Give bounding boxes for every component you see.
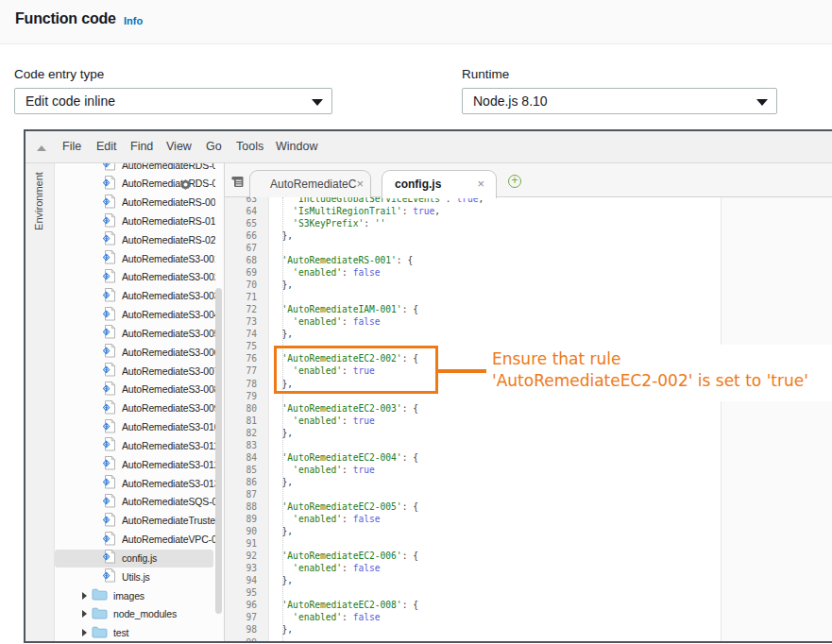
tree-item-autoremediates3-012[interactable]: AutoRemediateS3-012 bbox=[55, 455, 224, 474]
tree-item-test[interactable]: test bbox=[55, 623, 224, 641]
tree-item-utils-js[interactable]: Utils.js bbox=[55, 568, 224, 586]
tree-item-autoremediatevpc-00[interactable]: AutoRemediateVPC-00 bbox=[55, 530, 224, 549]
runtime-label: Runtime bbox=[462, 67, 509, 81]
tree-item-label: AutoRemediateS3-002 bbox=[122, 271, 215, 282]
tab-config-js[interactable]: config.js × bbox=[382, 170, 497, 198]
tree-item-autoremediates3-010[interactable]: AutoRemediateS3-010 bbox=[55, 417, 224, 436]
folder-icon bbox=[92, 626, 108, 640]
menu-item-find[interactable]: Find bbox=[130, 140, 153, 153]
menu-item-window[interactable]: Window bbox=[276, 140, 317, 153]
tree-item-autoremediaters-001[interactable]: AutoRemediateRS-001 bbox=[55, 193, 224, 212]
line-number-65: 65 bbox=[225, 217, 257, 229]
code-entry-type-select[interactable]: Edit code inline bbox=[14, 88, 332, 114]
line-number-85: 85 bbox=[225, 464, 257, 476]
tree-item-label: Utils.js bbox=[122, 571, 215, 583]
tree-item-label: AutoRemediateRDS-00 bbox=[122, 163, 215, 171]
line-number-91: 91 bbox=[225, 537, 257, 550]
chevron-down-icon bbox=[756, 99, 768, 106]
tree-item-label: node_modules bbox=[113, 608, 207, 619]
tree-item-autoremediatetruste[interactable]: AutoRemediateTruste bbox=[55, 511, 224, 530]
page-title: Function code bbox=[15, 10, 116, 27]
tree-item-autoremediates3-001[interactable]: AutoRemediateS3-001 bbox=[55, 249, 224, 268]
environment-sidebar-tab[interactable]: Environment bbox=[25, 163, 55, 641]
editor-pane: AutoRemediateC × config.js × + 636465666… bbox=[225, 163, 832, 641]
tree-item-autoremediates3-009[interactable]: AutoRemediateS3-009 bbox=[55, 398, 224, 417]
line-number-88: 88 bbox=[225, 500, 257, 513]
line-number-78: 78 bbox=[225, 378, 257, 390]
tree-item-autoremediates3-011[interactable]: AutoRemediateS3-011 bbox=[55, 436, 224, 455]
tree-item-images[interactable]: images bbox=[55, 586, 224, 605]
menu-item-tools[interactable]: Tools bbox=[236, 140, 263, 153]
js-file-icon bbox=[103, 288, 115, 304]
file-tree: AutoRemediateRDS-00AutoRemediateRDS-00Au… bbox=[55, 163, 225, 641]
tree-item-label: AutoRemediateS3-001 bbox=[122, 253, 215, 264]
tree-item-autoremediates3-002[interactable]: AutoRemediateS3-002 bbox=[55, 268, 224, 287]
js-file-icon bbox=[103, 568, 115, 585]
js-file-icon bbox=[103, 213, 115, 229]
close-tab-icon[interactable]: × bbox=[477, 177, 484, 191]
tree-item-node-modules[interactable]: node_modules bbox=[55, 604, 224, 623]
tree-item-autoremediates3-004[interactable]: AutoRemediateS3-004 bbox=[55, 305, 224, 324]
lambda-function-code-page: Function code Info Code entry type Edit … bbox=[0, 0, 832, 644]
collapse-menubar-icon[interactable] bbox=[37, 145, 46, 151]
menu-item-go[interactable]: Go bbox=[206, 140, 222, 153]
tree-item-autoremediaters-010[interactable]: AutoRemediateRS-010 bbox=[55, 212, 224, 230]
js-file-icon bbox=[103, 437, 115, 453]
js-file-icon bbox=[103, 344, 115, 360]
new-tab-icon[interactable]: + bbox=[508, 175, 521, 188]
code-editor[interactable]: 6364656667686970717273747576777879808182… bbox=[225, 197, 832, 641]
tab-label: AutoRemediateC bbox=[270, 178, 356, 191]
annotation-line-2: 'AutoRemediateEC2-002' is set to 'true' bbox=[492, 370, 808, 393]
info-link[interactable]: Info bbox=[124, 15, 143, 26]
runtime-select[interactable]: Node.js 8.10 bbox=[462, 88, 777, 114]
tree-item-autoremediates3-007[interactable]: AutoRemediateS3-007 bbox=[55, 362, 224, 381]
line-number-63: 63 bbox=[225, 197, 257, 205]
tree-item-label: AutoRemediateS3-011 bbox=[122, 440, 215, 451]
tree-item-label: AutoRemediateS3-006 bbox=[122, 347, 215, 358]
tree-item-label: AutoRemediateS3-005 bbox=[122, 328, 215, 339]
expand-arrow-icon[interactable] bbox=[82, 610, 87, 618]
open-files-list-icon[interactable] bbox=[231, 175, 244, 192]
tree-item-config-js[interactable]: config.js bbox=[55, 549, 224, 568]
editor-tabbar: AutoRemediateC × config.js × + bbox=[225, 163, 832, 197]
js-file-icon bbox=[103, 195, 115, 211]
code-entry-type-value: Edit code inline bbox=[25, 93, 115, 109]
line-number-74: 74 bbox=[225, 328, 257, 340]
js-file-icon bbox=[103, 231, 115, 247]
tree-item-autoremediatesqs-00[interactable]: AutoRemediateSQS-00 bbox=[55, 493, 224, 512]
tree-item-autoremediates3-008[interactable]: AutoRemediateS3-008 bbox=[55, 381, 224, 399]
line-number-95: 95 bbox=[225, 586, 257, 599]
js-file-icon bbox=[103, 513, 115, 529]
tab-autoremediatec[interactable]: AutoRemediateC × bbox=[249, 170, 371, 197]
tree-item-autoremediaterds-00[interactable]: AutoRemediateRDS-00 bbox=[55, 163, 224, 174]
tree-item-autoremediaters-020[interactable]: AutoRemediateRS-020 bbox=[55, 230, 224, 249]
tree-item-autoremediates3-006[interactable]: AutoRemediateS3-006 bbox=[55, 343, 224, 362]
tree-scrollbar[interactable] bbox=[215, 288, 222, 614]
close-tab-icon[interactable]: × bbox=[356, 177, 364, 191]
line-number-77: 77 bbox=[225, 364, 257, 377]
highlight-box bbox=[274, 346, 438, 394]
tree-item-label: AutoRemediateS3-012 bbox=[122, 459, 215, 470]
tree-item-autoremediates3-005[interactable]: AutoRemediateS3-005 bbox=[55, 324, 224, 343]
js-file-icon bbox=[103, 176, 115, 192]
line-number-73: 73 bbox=[225, 315, 257, 328]
line-number-75: 75 bbox=[225, 340, 257, 352]
tree-item-label: AutoRemediateRS-001 bbox=[122, 196, 215, 208]
line-number-98: 98 bbox=[225, 623, 257, 636]
line-number-99: 99 bbox=[225, 636, 257, 642]
tree-item-autoremediates3-013[interactable]: AutoRemediateS3-013 bbox=[55, 474, 224, 493]
menu-item-view[interactable]: View bbox=[166, 140, 192, 153]
menu-item-file[interactable]: File bbox=[62, 140, 81, 153]
line-number-gutter: 6364656667686970717273747576777879808182… bbox=[225, 197, 269, 641]
expand-arrow-icon[interactable] bbox=[82, 592, 87, 600]
annotation-connector-line bbox=[438, 369, 486, 373]
expand-arrow-icon[interactable] bbox=[82, 629, 87, 636]
line-number-68: 68 bbox=[225, 254, 257, 266]
js-file-icon bbox=[103, 532, 115, 548]
menu-item-edit[interactable]: Edit bbox=[96, 140, 117, 153]
line-number-82: 82 bbox=[225, 427, 257, 439]
tree-item-autoremediates3-003[interactable]: AutoRemediateS3-003 bbox=[55, 286, 224, 305]
tree-item-label: AutoRemediateVPC-00 bbox=[122, 534, 215, 545]
js-file-icon bbox=[103, 456, 115, 472]
tree-item-autoremediaterds-00[interactable]: AutoRemediateRDS-00 bbox=[55, 174, 224, 193]
